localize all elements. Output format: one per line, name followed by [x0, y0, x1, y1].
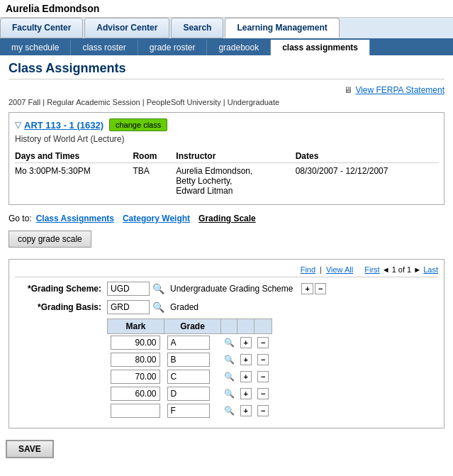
- save-button[interactable]: Save: [6, 440, 54, 458]
- tab-class-assignments[interactable]: class assignments: [271, 40, 370, 55]
- grading-scheme-input[interactable]: [107, 282, 150, 296]
- grade-input-4[interactable]: [167, 404, 210, 418]
- change-class-button[interactable]: change class: [109, 118, 167, 131]
- find-link[interactable]: Find: [301, 265, 315, 274]
- goto-grading-scale[interactable]: Grading Scale: [198, 214, 256, 223]
- grading-basis-input-group: 🔍 Graded: [107, 300, 198, 314]
- view-all-link[interactable]: View All: [326, 265, 353, 274]
- cell-room: TBA: [133, 163, 176, 199]
- table-row: 🔍+−: [108, 402, 272, 419]
- tab-my-schedule[interactable]: my schedule: [0, 40, 71, 55]
- grade-lookup-1[interactable]: 🔍: [221, 351, 237, 368]
- grading-scheme-remove-button[interactable]: −: [315, 283, 326, 294]
- goto-category-weight[interactable]: Category Weight: [123, 214, 190, 223]
- last-link[interactable]: Last: [423, 265, 438, 274]
- add-row-btn-4[interactable]: +: [240, 405, 252, 416]
- grade-cell-4: [164, 402, 221, 419]
- table-row: 🔍+−: [108, 334, 272, 352]
- mark-cell-4: [108, 402, 164, 419]
- row-add-button-3[interactable]: +: [237, 385, 255, 402]
- grade-lookup-2[interactable]: 🔍: [221, 368, 237, 385]
- row-add-button-4[interactable]: +: [237, 402, 255, 419]
- grading-scheme-lookup-icon[interactable]: 🔍: [152, 283, 164, 294]
- remove-row-btn-2[interactable]: −: [257, 371, 269, 382]
- grade-lookup-4[interactable]: 🔍: [221, 402, 237, 419]
- first-link[interactable]: First: [364, 265, 379, 274]
- grade-input-2[interactable]: [167, 370, 210, 384]
- grade-lookup-3[interactable]: 🔍: [221, 385, 237, 402]
- class-box: ▽ ART 113 - 1 (1632) change class Histor…: [9, 112, 444, 205]
- session-info: 2007 Fall | Regular Academic Session | P…: [9, 98, 444, 106]
- page-info: 1 of 1: [392, 265, 412, 274]
- save-bar: Save: [0, 434, 453, 464]
- find-bar: Find | View All First ◄ 1 of 1 ► Last: [15, 265, 438, 277]
- table-row: Mo 3:00PM-5:30PM TBA Aurelia Edmondson,B…: [15, 163, 438, 199]
- grading-scheme-row: *Grading Scheme: 🔍 Undergraduate Grading…: [15, 282, 438, 296]
- grading-scheme-add-button[interactable]: +: [301, 283, 313, 294]
- add-row-btn-0[interactable]: +: [240, 337, 252, 348]
- grade-scale-section: Find | View All First ◄ 1 of 1 ► Last *G…: [9, 259, 444, 428]
- add-row-btn-1[interactable]: +: [240, 354, 252, 365]
- mark-grade-table: Mark Grade 🔍+−🔍+−🔍+−🔍+−🔍+−: [107, 319, 272, 419]
- class-table: Days and Times Room Instructor Dates Mo …: [15, 150, 438, 199]
- row-add-button-0[interactable]: +: [237, 334, 255, 352]
- tab-search[interactable]: Search: [171, 18, 223, 38]
- grade-input-1[interactable]: [167, 353, 210, 367]
- remove-row-btn-1[interactable]: −: [257, 354, 269, 365]
- ferpa-link[interactable]: View FERPA Statement: [355, 85, 444, 95]
- mark-input-0[interactable]: [111, 336, 160, 350]
- remove-row-btn-3[interactable]: −: [257, 388, 269, 399]
- mark-input-3[interactable]: [111, 387, 160, 401]
- row-add-button-1[interactable]: +: [237, 351, 255, 368]
- grading-basis-row: *Grading Basis: 🔍 Graded: [15, 300, 438, 314]
- row-remove-button-3[interactable]: −: [255, 385, 272, 402]
- add-col-header: [237, 319, 255, 334]
- grading-basis-lookup-icon[interactable]: 🔍: [152, 301, 164, 313]
- grade-cell-3: [164, 385, 221, 402]
- tab-gradebook[interactable]: gradebook: [207, 40, 271, 55]
- mark-input-4[interactable]: [111, 404, 160, 418]
- copy-btn-row: copy grade scale: [9, 231, 444, 253]
- grade-cell-1: [164, 351, 221, 368]
- grade-cell-2: [164, 368, 221, 385]
- row-add-button-2[interactable]: +: [237, 368, 255, 385]
- mark-cell-0: [108, 334, 164, 352]
- table-row: 🔍+−: [108, 351, 272, 368]
- ferpa-row: 🖥 View FERPA Statement: [9, 85, 444, 95]
- row-remove-button-1[interactable]: −: [255, 351, 272, 368]
- col-instructor: Instructor: [176, 150, 295, 163]
- class-header: ▽ ART 113 - 1 (1632) change class: [15, 118, 438, 131]
- user-name: Aurelia Edmondson: [0, 0, 453, 18]
- cell-days-times: Mo 3:00PM-5:30PM: [15, 163, 133, 199]
- row-remove-button-0[interactable]: −: [255, 334, 272, 352]
- cell-dates: 08/30/2007 - 12/12/2007: [296, 163, 438, 199]
- remove-row-btn-0[interactable]: −: [257, 337, 269, 348]
- goto-class-assignments[interactable]: Class Assignments: [36, 214, 114, 223]
- collapse-icon[interactable]: ▽: [15, 120, 21, 130]
- tab-class-roster[interactable]: class roster: [71, 40, 138, 55]
- grading-scheme-text: Undergraduate Grading Scheme: [170, 284, 293, 294]
- row-remove-button-2[interactable]: −: [255, 368, 272, 385]
- remove-row-btn-4[interactable]: −: [257, 405, 269, 416]
- copy-grade-scale-button[interactable]: copy grade scale: [9, 231, 91, 248]
- col-room: Room: [133, 150, 176, 163]
- add-row-btn-2[interactable]: +: [240, 371, 252, 382]
- page-content: Class Assignments 🖥 View FERPA Statement…: [0, 55, 453, 434]
- tab-learning-management[interactable]: Learning Management: [225, 18, 339, 38]
- tab-advisor-center[interactable]: Advisor Center: [84, 18, 169, 38]
- grade-input-0[interactable]: [167, 336, 210, 350]
- grade-lookup-0[interactable]: 🔍: [221, 334, 237, 352]
- grade-input-3[interactable]: [167, 387, 210, 401]
- row-remove-button-4[interactable]: −: [255, 402, 272, 419]
- add-row-btn-3[interactable]: +: [240, 388, 252, 399]
- page-title: Class Assignments: [9, 61, 444, 79]
- tab-faculty-center[interactable]: Faculty Center: [0, 18, 83, 38]
- class-code-link[interactable]: ART 113 - 1 (1632): [24, 120, 104, 131]
- mark-header: Mark: [108, 319, 164, 334]
- grading-basis-input[interactable]: [107, 300, 150, 314]
- mark-cell-2: [108, 368, 164, 385]
- mark-input-2[interactable]: [111, 370, 160, 384]
- tab-grade-roster[interactable]: grade roster: [138, 40, 208, 55]
- class-title: History of World Art (Lecture): [15, 134, 438, 144]
- mark-input-1[interactable]: [111, 353, 160, 367]
